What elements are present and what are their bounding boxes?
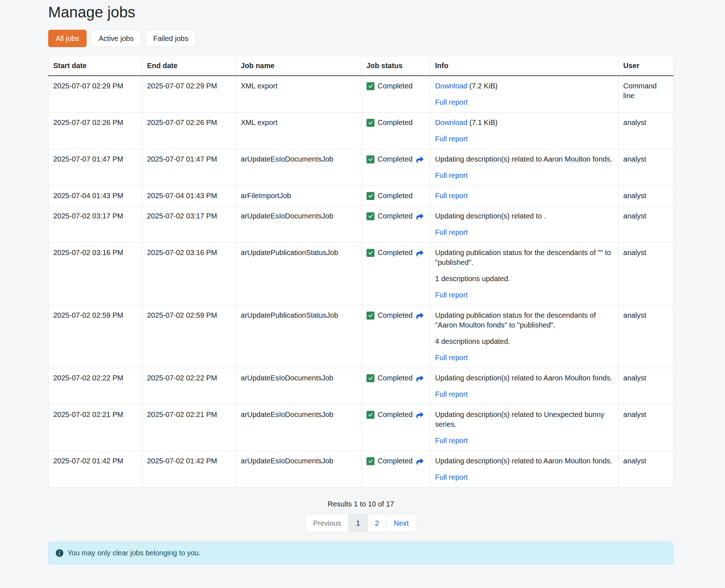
jobs-table-body: 2025-07-07 02:29 PM 2025-07-07 02:29 PM … (49, 76, 674, 488)
start-date-cell: 2025-07-07 02:29 PM (49, 76, 142, 113)
start-date-cell: 2025-07-07 02:26 PM (49, 113, 142, 149)
info-circle-icon (56, 549, 63, 557)
job-name-cell: arUpdateEsIoDocumentsJob (236, 149, 361, 186)
end-date-cell: 2025-07-07 02:29 PM (142, 76, 236, 113)
job-status-cell: Completed (361, 186, 430, 206)
info-alert: You may only clear jobs belonging to you… (48, 542, 674, 564)
info-cell: Updating description(s) related to Unexp… (430, 405, 619, 451)
table-row: 2025-07-02 01:42 PM 2025-07-02 01:42 PM … (49, 451, 674, 488)
full-report-link[interactable]: Full report (435, 171, 468, 179)
job-info-text: 1 descriptions updated. (435, 274, 614, 284)
table-row: 2025-07-04 01:43 PM 2025-07-04 01:43 PM … (49, 186, 674, 206)
user-cell: analyst (619, 149, 674, 186)
status-label: Completed (378, 248, 413, 258)
end-date-cell: 2025-07-02 02:22 PM (142, 368, 236, 405)
filter-failed-jobs-button[interactable]: Failed jobs (146, 30, 196, 47)
filter-active-jobs-button[interactable]: Active jobs (91, 30, 141, 47)
job-info-text: Updating publication status for the desc… (435, 310, 614, 330)
download-link[interactable]: Download (435, 82, 468, 90)
column-header-job-status: Job status (361, 56, 430, 76)
end-date-cell: 2025-07-07 01:47 PM (142, 149, 236, 186)
start-date-cell: 2025-07-02 02:21 PM (49, 405, 142, 451)
job-info-text: Updating description(s) related to Aaron… (435, 456, 614, 466)
share-arrow-icon[interactable] (416, 411, 424, 418)
job-status-cell: Completed (361, 243, 430, 305)
share-arrow-icon[interactable] (416, 249, 424, 257)
pagination: Previous 1 2 Next (48, 514, 674, 532)
table-row: 2025-07-07 02:29 PM 2025-07-07 02:29 PM … (49, 76, 674, 113)
job-info-text: 4 descriptions updated. (435, 337, 614, 346)
job-info-text: Updating description(s) related to Aaron… (435, 154, 614, 164)
full-report-link[interactable]: Full report (435, 98, 468, 106)
check-square-icon (366, 155, 374, 163)
full-report-link[interactable]: Full report (435, 228, 468, 236)
check-square-icon (366, 249, 374, 257)
share-arrow-icon[interactable] (416, 156, 424, 163)
job-status-cell: Completed (361, 305, 430, 368)
column-header-user: User (619, 56, 674, 76)
user-cell: Command line (619, 76, 674, 113)
end-date-cell: 2025-07-04 01:43 PM (142, 186, 236, 206)
filter-all-jobs-button[interactable]: All jobs (48, 30, 87, 47)
job-name-cell: arUpdateEsIoDocumentsJob (236, 451, 361, 488)
full-report-link[interactable]: Full report (435, 473, 468, 481)
full-report-link[interactable]: Full report (435, 291, 468, 299)
job-info-text: Updating description(s) related to . (435, 211, 614, 221)
status-label: Completed (378, 373, 413, 383)
start-date-cell: 2025-07-02 02:22 PM (49, 368, 142, 405)
pagination-previous-button[interactable]: Previous (305, 514, 349, 532)
download-link[interactable]: Download (435, 118, 468, 126)
end-date-cell: 2025-07-02 02:21 PM (142, 405, 236, 451)
table-row: 2025-07-02 02:59 PM 2025-07-02 02:59 PM … (49, 305, 674, 368)
job-name-cell: arUpdatePublicationStatusJob (236, 243, 361, 305)
info-cell: Updating description(s) related to .Full… (430, 206, 619, 243)
job-status-cell: Completed (361, 405, 430, 451)
share-arrow-icon[interactable] (416, 375, 424, 382)
job-name-cell: arUpdatePublicationStatusJob (236, 305, 361, 368)
check-square-icon (366, 411, 374, 419)
start-date-cell: 2025-07-02 02:59 PM (49, 305, 142, 368)
check-square-icon (366, 212, 374, 220)
user-cell: analyst (619, 243, 674, 305)
job-status-cell: Completed (361, 76, 430, 113)
share-arrow-icon[interactable] (416, 458, 424, 465)
table-row: 2025-07-02 03:17 PM 2025-07-02 03:17 PM … (49, 206, 674, 243)
user-cell: analyst (619, 451, 674, 488)
table-row: 2025-07-07 01:47 PM 2025-07-07 01:47 PM … (49, 149, 674, 186)
user-cell: analyst (619, 305, 674, 368)
table-row: 2025-07-02 02:22 PM 2025-07-02 02:22 PM … (49, 368, 674, 405)
full-report-link[interactable]: Full report (435, 192, 468, 200)
job-status-cell: Completed (361, 368, 430, 405)
info-cell: Updating description(s) related to Aaron… (430, 149, 619, 186)
check-square-icon (366, 374, 374, 382)
status-label: Completed (378, 118, 413, 128)
pagination-page-2[interactable]: 2 (367, 514, 386, 532)
info-cell: Updating description(s) related to Aaron… (430, 368, 619, 405)
job-name-cell: arUpdateEsIoDocumentsJob (236, 206, 361, 243)
full-report-link[interactable]: Full report (435, 354, 468, 362)
column-header-info: Info (430, 56, 619, 76)
pagination-page-1[interactable]: 1 (348, 514, 368, 532)
full-report-link[interactable]: Full report (435, 135, 468, 143)
full-report-link[interactable]: Full report (435, 390, 468, 398)
page-title: Manage jobs (48, 4, 674, 21)
job-info-text: Updating description(s) related to Unexp… (435, 410, 614, 429)
job-name-cell: XML export (236, 113, 361, 149)
column-header-start-date: Start date (49, 56, 142, 76)
manage-jobs-page: Manage jobs All jobs Active jobs Failed … (0, 0, 725, 575)
pagination-next-button[interactable]: Next (386, 514, 416, 532)
info-alert-text: You may only clear jobs belonging to you… (67, 548, 201, 558)
table-row: 2025-07-02 03:16 PM 2025-07-02 03:16 PM … (49, 243, 674, 305)
start-date-cell: 2025-07-04 01:43 PM (49, 186, 142, 206)
column-header-job-name: Job name (236, 56, 361, 76)
job-status-cell: Completed (361, 206, 430, 243)
check-square-icon (366, 457, 374, 465)
status-label: Completed (378, 191, 413, 201)
share-arrow-icon[interactable] (416, 312, 424, 319)
info-cell: Updating description(s) related to Aaron… (430, 451, 619, 488)
share-arrow-icon[interactable] (416, 213, 424, 220)
table-header-row: Start date End date Job name Job status … (49, 56, 674, 76)
status-label: Completed (378, 211, 413, 221)
full-report-link[interactable]: Full report (435, 437, 468, 445)
start-date-cell: 2025-07-02 03:17 PM (49, 206, 142, 243)
